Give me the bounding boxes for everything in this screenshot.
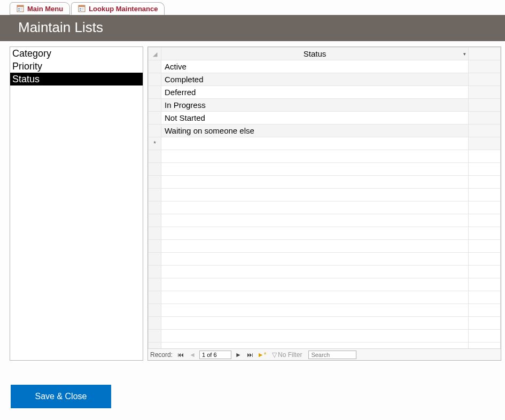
svg-rect-1 <box>17 5 24 7</box>
data-grid: ◢ Status ▾ ActiveCompletedDeferredIn Pro… <box>147 46 501 361</box>
svg-rect-5 <box>20 10 22 10</box>
nav-next-button[interactable]: ► <box>234 351 243 359</box>
grid-cell-new[interactable] <box>161 137 469 150</box>
sort-dropdown-icon[interactable]: ▾ <box>463 51 466 57</box>
row-selector[interactable] <box>149 73 161 86</box>
grid-cell[interactable]: Completed <box>161 73 469 86</box>
filter-toggle[interactable]: ▽ No Filter <box>272 351 302 359</box>
grid-cell[interactable]: Deferred <box>161 86 469 99</box>
tab-main-menu[interactable]: Main Menu <box>10 2 70 15</box>
tab-bar: Main Menu Lookup Maintenance <box>0 0 505 15</box>
list-item-category[interactable]: Category <box>10 47 143 60</box>
svg-rect-9 <box>82 8 84 9</box>
filter-icon: ▽ <box>272 351 277 359</box>
nav-new-record-button[interactable]: ►* <box>257 351 267 359</box>
category-listbox[interactable]: Category Priority Status <box>10 46 143 361</box>
row-selector[interactable] <box>149 125 161 137</box>
grid-cell[interactable]: Active <box>161 60 469 73</box>
svg-rect-8 <box>80 8 81 9</box>
search-input[interactable] <box>308 351 356 359</box>
row-selector[interactable] <box>149 60 161 73</box>
svg-rect-7 <box>79 5 85 7</box>
svg-rect-2 <box>18 8 20 9</box>
grid-cell[interactable]: Waiting on someone else <box>161 125 469 137</box>
nav-last-button[interactable]: ⏭ <box>245 351 255 359</box>
svg-rect-3 <box>20 8 22 9</box>
svg-rect-11 <box>82 10 84 10</box>
grid-gap <box>469 48 501 60</box>
save-close-button[interactable]: Save & Close <box>11 385 111 408</box>
record-position-input[interactable] <box>199 351 231 359</box>
record-label: Record: <box>150 351 173 359</box>
select-all-rowhead[interactable]: ◢ <box>149 48 161 60</box>
column-header-status[interactable]: Status ▾ <box>161 48 469 60</box>
form-icon <box>78 5 86 12</box>
pencil-icon: ◢ <box>153 51 157 57</box>
grid-cell[interactable]: In Progress <box>161 99 469 112</box>
form-icon <box>17 5 24 12</box>
page-title: Maintain Lists <box>0 15 505 41</box>
list-item-status[interactable]: Status <box>10 73 143 85</box>
list-item-priority[interactable]: Priority <box>10 60 143 73</box>
tab-label: Main Menu <box>27 5 63 13</box>
row-selector[interactable] <box>149 99 161 112</box>
svg-rect-4 <box>18 10 20 11</box>
grid-cell[interactable]: Not Started <box>161 112 469 125</box>
nav-prev-button[interactable]: ◄ <box>188 351 197 359</box>
row-selector[interactable] <box>149 86 161 99</box>
row-selector[interactable] <box>149 112 161 125</box>
column-header-label: Status <box>304 49 327 58</box>
tab-label: Lookup Maintenance <box>89 5 158 13</box>
nav-first-button[interactable]: ⏮ <box>176 351 185 359</box>
svg-rect-10 <box>80 10 81 11</box>
tab-lookup-maintenance[interactable]: Lookup Maintenance <box>71 2 165 15</box>
record-navigator: Record: ⏮ ◄ ► ⏭ ►* ▽ No Filter <box>148 348 501 360</box>
new-row-marker[interactable]: * <box>149 137 161 150</box>
filter-label: No Filter <box>278 351 302 359</box>
